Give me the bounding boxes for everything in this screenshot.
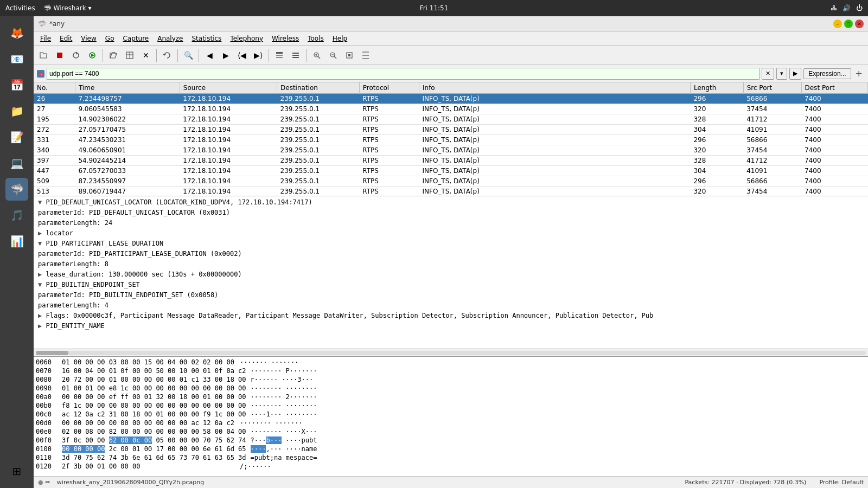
detail-line[interactable]: ▼ PID_DEFAULT_UNICAST_LOCATOR (LOCATOR_K… bbox=[34, 197, 868, 208]
hex-row[interactable]: 0060 01 00 00 00 03 00 00 15 00 04 00 02… bbox=[36, 358, 866, 367]
menu-wireless[interactable]: Wireless bbox=[267, 33, 303, 44]
menu-edit[interactable]: Edit bbox=[55, 33, 76, 44]
packet-list[interactable]: No. Time Source Destination Protocol Inf… bbox=[34, 82, 868, 196]
hex-row[interactable]: 0120 2f 3b 00 01 00 00 00 /;······ bbox=[36, 462, 866, 471]
detail-line[interactable]: ▶ PID_ENTITY_NAME bbox=[34, 321, 868, 331]
detail-scrollbar[interactable] bbox=[34, 349, 868, 357]
hex-row[interactable]: 0110 3d 70 75 62 74 3b 6e 61 6d 65 73 70… bbox=[36, 453, 866, 462]
detail-line[interactable]: parameterId: PID_DEFAULT_UNICAST_LOCATOR… bbox=[34, 208, 868, 218]
toolbar-zoom-in-btn[interactable] bbox=[309, 48, 324, 63]
detail-line[interactable]: ▶ locator bbox=[34, 228, 868, 239]
toolbar-zoom-out-btn[interactable] bbox=[326, 48, 341, 63]
table-row[interactable]: 509 87.234550997 172.18.10.194 239.255.0… bbox=[34, 176, 868, 187]
toolbar-scroll-btn[interactable] bbox=[272, 48, 287, 63]
toolbar-stop-btn[interactable] bbox=[52, 48, 67, 63]
table-row[interactable]: 513 89.060719447 172.18.10.194 239.255.0… bbox=[34, 187, 868, 197]
filter-apply-btn[interactable]: ▶ bbox=[789, 68, 801, 80]
cell-srcport: 37454 bbox=[743, 187, 801, 197]
sidebar-icon-grid[interactable]: ⊞ bbox=[5, 460, 28, 483]
power-icon[interactable]: ⏻ bbox=[856, 4, 863, 12]
table-row[interactable]: 272 27.057170475 172.18.10.194 239.255.0… bbox=[34, 125, 868, 135]
filter-add-btn[interactable]: + bbox=[853, 68, 865, 79]
toolbar-refresh-btn[interactable] bbox=[159, 48, 175, 63]
detail-line[interactable]: ▼ PID_PARTICIPANT_LEASE_DURATION bbox=[34, 239, 868, 249]
toolbar-close-btn[interactable]: ✕ bbox=[138, 48, 154, 63]
detail-line[interactable]: parameterLength: 24 bbox=[34, 218, 868, 228]
hex-dump[interactable]: 0060 01 00 00 00 03 00 00 15 00 04 00 02… bbox=[34, 357, 868, 476]
toolbar-next-btn[interactable]: ▶ bbox=[218, 48, 233, 63]
maximize-button[interactable]: □ bbox=[844, 20, 853, 28]
menu-analyze[interactable]: Analyze bbox=[153, 33, 187, 44]
detail-line[interactable]: parameterId: PID_PARTICIPANT_LEASE_DURAT… bbox=[34, 249, 868, 259]
toolbar-prev-btn[interactable]: ◀ bbox=[202, 48, 217, 63]
detail-line[interactable]: ▶ lease_duration: 130.000000 sec (130s +… bbox=[34, 269, 868, 280]
detail-line[interactable]: ▼ PID_BUILTIN_ENDPOINT_SET bbox=[34, 280, 868, 290]
table-row[interactable]: 447 67.057270033 172.18.10.194 239.255.0… bbox=[34, 166, 868, 176]
cell-source: 172.18.10.194 bbox=[180, 125, 277, 135]
sidebar-icon-mail[interactable]: 📧 bbox=[5, 48, 28, 70]
hex-row[interactable]: 0080 20 72 00 00 01 00 00 00 00 00 01 c1… bbox=[36, 375, 866, 384]
packet-detail[interactable]: ▼ PID_DEFAULT_UNICAST_LOCATOR (LOCATOR_K… bbox=[34, 196, 868, 349]
cell-info: INFO_TS, DATA(p) bbox=[419, 94, 690, 104]
hex-row[interactable]: 00b0 f8 1c 00 00 00 00 00 00 00 00 00 00… bbox=[36, 401, 866, 410]
table-row[interactable]: 26 7.234498757 172.18.10.194 239.255.0.1… bbox=[34, 94, 868, 104]
sidebar-icon-sheets[interactable]: 📊 bbox=[5, 230, 28, 253]
toolbar-open-btn[interactable] bbox=[36, 48, 51, 63]
menu-go[interactable]: Go bbox=[101, 33, 119, 44]
cell-source: 172.18.10.194 bbox=[180, 114, 277, 125]
hex-row[interactable]: 0100 00 00 00 00 2c 00 01 00 17 00 00 00… bbox=[36, 445, 866, 453]
detail-line[interactable]: parameterLength: 8 bbox=[34, 259, 868, 269]
menu-statistics[interactable]: Statistics bbox=[187, 33, 226, 44]
filter-clear-btn[interactable]: ✕ bbox=[762, 68, 774, 80]
menu-tools[interactable]: Tools bbox=[303, 33, 328, 44]
hex-row[interactable]: 00f0 3f 0c 00 00 62 00 0c 00 05 00 00 00… bbox=[36, 436, 866, 445]
hex-ascii: ····1··· ········ bbox=[251, 410, 317, 419]
detail-text: PID_PARTICIPANT_LEASE_DURATION bbox=[46, 240, 163, 247]
sidebar-icon-calendar[interactable]: 📅 bbox=[5, 74, 28, 97]
toolbar-search-btn[interactable]: 🔍 bbox=[181, 48, 196, 63]
menu-telephony[interactable]: Telephony bbox=[226, 33, 267, 44]
minimize-button[interactable]: – bbox=[833, 20, 842, 28]
detail-line[interactable]: parameterLength: 4 bbox=[34, 300, 868, 311]
hex-bytes: 2f 3b 00 01 00 00 00 bbox=[62, 462, 235, 471]
menu-file[interactable]: File bbox=[36, 33, 55, 44]
toolbar-normal-size-btn[interactable] bbox=[342, 48, 357, 63]
hex-row[interactable]: 00a0 00 00 00 00 ef ff 00 01 32 00 18 00… bbox=[36, 393, 866, 401]
detail-line[interactable]: parameterId: PID_BUILTIN_ENDPOINT_SET (0… bbox=[34, 290, 868, 300]
menu-capture[interactable]: Capture bbox=[118, 33, 153, 44]
menu-view[interactable]: View bbox=[76, 33, 100, 44]
table-row[interactable]: 397 54.902445214 172.18.10.194 239.255.0… bbox=[34, 156, 868, 166]
hex-row[interactable]: 0090 01 00 01 00 e8 1c 00 00 00 00 00 00… bbox=[36, 384, 866, 393]
toolbar-resize-btn[interactable] bbox=[358, 48, 373, 63]
table-row[interactable]: 331 47.234530231 172.18.10.194 239.255.0… bbox=[34, 135, 868, 145]
table-row[interactable]: 340 49.060650901 172.18.10.194 239.255.0… bbox=[34, 145, 868, 156]
activities-label[interactable]: Activities bbox=[5, 4, 35, 12]
hex-row[interactable]: 00c0 ac 12 0a c2 31 00 18 00 01 00 00 00… bbox=[36, 410, 866, 419]
hex-row[interactable]: 00d0 00 00 00 00 00 00 00 00 00 00 00 ac… bbox=[36, 419, 866, 427]
toolbar-open-file-btn[interactable] bbox=[106, 48, 121, 63]
table-row[interactable]: 27 9.060545583 172.18.10.194 239.255.0.1… bbox=[34, 104, 868, 114]
toolbar-list-btn[interactable] bbox=[288, 48, 303, 63]
table-row[interactable]: 195 14.902386022 172.18.10.194 239.255.0… bbox=[34, 114, 868, 125]
filter-dropdown-btn[interactable]: ▾ bbox=[776, 68, 787, 80]
sidebar-icon-terminal[interactable]: 💻 bbox=[5, 152, 28, 175]
sidebar-icon-files[interactable]: 📁 bbox=[5, 100, 28, 123]
toolbar-down-btn[interactable]: ▶⟩ bbox=[251, 48, 266, 63]
expression-button[interactable]: Expression... bbox=[803, 68, 851, 79]
sidebar-icon-wireshark[interactable]: 🦈 bbox=[5, 178, 28, 201]
hex-row[interactable]: 0070 16 00 04 00 01 0f 00 00 50 00 10 00… bbox=[36, 367, 866, 375]
toolbar-up-btn[interactable]: ⟨◀ bbox=[234, 48, 250, 63]
menu-help[interactable]: Help bbox=[328, 33, 352, 44]
app-name: 🦈 Wireshark ▾ bbox=[43, 4, 92, 12]
filter-input[interactable] bbox=[47, 68, 760, 80]
detail-line[interactable]: ▶ Flags: 0x00000c3f, Participant Message… bbox=[34, 311, 868, 321]
hex-row[interactable]: 00e0 02 00 08 00 82 00 00 00 00 00 00 00… bbox=[36, 427, 866, 436]
sidebar-icon-text[interactable]: 📝 bbox=[5, 126, 28, 149]
toolbar-spreadsheet-btn[interactable] bbox=[122, 48, 137, 63]
status-icon-edit[interactable]: ✏ bbox=[46, 479, 50, 486]
toolbar-start-btn[interactable] bbox=[85, 48, 100, 63]
close-button[interactable]: ✕ bbox=[855, 20, 864, 28]
sidebar-icon-spotify[interactable]: 🎵 bbox=[5, 204, 28, 227]
toolbar-reload-btn[interactable] bbox=[68, 48, 84, 63]
sidebar-icon-firefox[interactable]: 🦊 bbox=[5, 22, 28, 44]
